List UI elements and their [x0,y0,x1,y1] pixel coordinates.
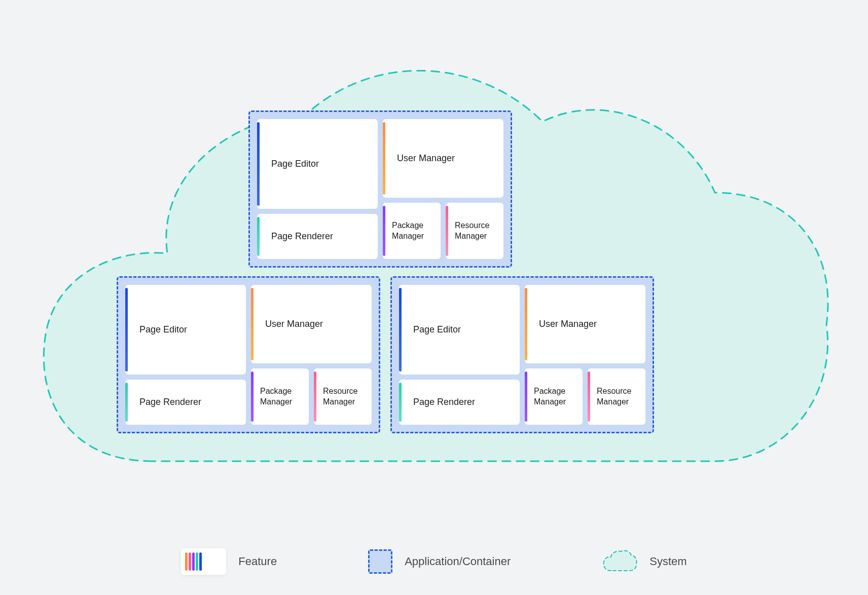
feature-page-renderer: Page Renderer [257,214,378,259]
feature-label-line1: Package [260,386,292,397]
feature-label-line1: Resource [455,220,489,231]
feature-user-manager: User Manager [251,285,372,363]
feature-label-line1: Resource [323,386,357,397]
feature-label: Page Editor [413,324,461,335]
legend-label: Feature [238,555,277,568]
feature-label: User Manager [397,153,455,164]
legend: Feature Application/Container System [0,548,868,575]
feature-label-line1: Package [392,220,423,231]
feature-label-line2: Manager [597,397,629,407]
feature-package-manager: Package Manager [251,368,309,425]
stripe-icon [189,552,191,571]
feature-resource-manager: Resource Manager [314,368,372,425]
stripe-icon [192,552,195,571]
feature-page-editor: Page Editor [257,119,378,209]
stripe-icon [196,552,198,571]
feature-label: Page Editor [271,159,319,169]
containers-group: Page Editor Page Renderer User Manager P… [25,30,843,497]
legend-item-feature: Feature [181,548,277,575]
feature-label-line2: Manager [260,397,292,407]
feature-resource-manager: Resource Manager [588,368,645,425]
feature-label-line2: Manager [323,397,355,407]
feature-resource-manager: Resource Manager [446,203,503,259]
feature-page-editor: Page Editor [399,285,520,375]
cloud-small-icon [602,549,637,574]
legend-label: System [649,555,686,568]
feature-page-renderer: Page Renderer [399,380,520,425]
legend-item-container: Application/Container [368,549,511,574]
feature-label-line2: Manager [455,231,487,242]
legend-item-system: System [602,549,686,574]
legend-label: Application/Container [405,555,511,568]
feature-label: Page Renderer [413,397,475,407]
legend-container-icon [368,549,392,574]
feature-page-editor: Page Editor [125,285,246,375]
stripe-icon [199,552,202,571]
stripe-icon [185,552,188,571]
application-container-bottom-left: Page Editor Page Renderer User Manager P… [117,276,380,433]
feature-label-line1: Resource [597,386,631,397]
feature-user-manager: User Manager [525,285,645,363]
legend-feature-icon [181,548,226,575]
feature-package-manager: Package Manager [525,368,583,425]
application-container-bottom-right: Page Editor Page Renderer User Manager P… [390,276,654,433]
feature-label-line2: Manager [392,231,424,242]
feature-label-line2: Manager [534,397,566,407]
feature-label: User Manager [539,319,597,329]
feature-package-manager: Package Manager [383,203,441,259]
system-cloud: Page Editor Page Renderer User Manager P… [25,30,843,497]
feature-user-manager: User Manager [383,119,503,198]
feature-label: Page Renderer [271,231,333,242]
application-container-top: Page Editor Page Renderer User Manager P… [248,110,512,268]
feature-label: Page Renderer [139,397,201,407]
legend-system-icon [602,549,637,574]
feature-label: Page Editor [139,324,187,335]
feature-page-renderer: Page Renderer [125,380,246,425]
feature-label: User Manager [265,319,323,329]
feature-label-line1: Package [534,386,565,397]
